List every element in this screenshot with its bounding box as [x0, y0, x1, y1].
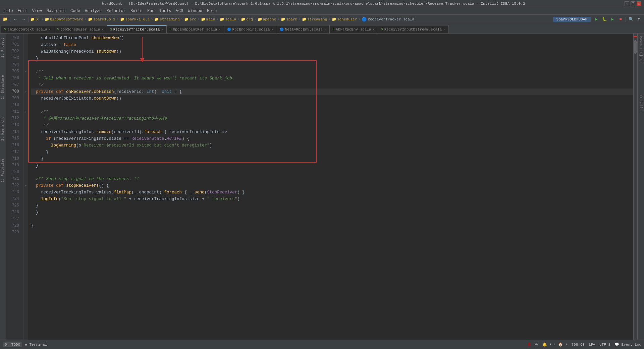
tab-receivertracker-close[interactable]: ✕ [161, 27, 163, 32]
event-log-icon: 💬 [614, 343, 619, 347]
menu-vcs[interactable]: VCS [174, 8, 185, 14]
toolbar-folder-icon[interactable]: 📁 [1, 16, 9, 23]
breadcrumb-spark161[interactable]: 📁 spark1.6.1 [88, 17, 115, 21]
coverage-button[interactable]: ▶ [609, 16, 616, 23]
tab-rpcendpoint-close[interactable]: ✕ [271, 27, 273, 32]
breadcrumb-scala[interactable]: 📁 scala [220, 17, 236, 21]
title-text: WordCount - [D:\IdeaProjects\WordCount] … [3, 2, 625, 6]
maximize-button[interactable]: □ [631, 1, 635, 6]
breadcrumb-main[interactable]: 📁 main [201, 17, 215, 21]
menu-view[interactable]: View [30, 8, 44, 14]
sidebar-project[interactable]: 1: Project [0, 36, 5, 59]
breadcrumb-scheduler[interactable]: 📁 scheduler [332, 17, 357, 21]
debug-button[interactable]: 🐛 [601, 16, 608, 23]
breadcrumb-file-label: ReceiverTracker.scala [368, 17, 414, 21]
sidebar-hierarchy[interactable]: 2: Hierarchy [0, 115, 5, 142]
toolbar-back-icon[interactable]: ← [12, 16, 19, 23]
breadcrumb-spark-161[interactable]: 📁 spark-1.6.1 [120, 17, 150, 21]
ln-719: 719 [6, 162, 22, 169]
tab-rpcendpointref[interactable]: S RpcEndpointRef.scala ✕ [167, 25, 224, 33]
tab-receiverinputdstream-close[interactable]: ✕ [443, 27, 445, 32]
tab-rpcendpointref-close[interactable]: ✕ [218, 27, 220, 32]
run-button[interactable]: ▶ [593, 16, 600, 23]
sidebar-structure[interactable]: 2: Structure [0, 74, 5, 101]
scroll-thumb[interactable] [634, 40, 637, 54]
fold-705[interactable]: ▾ [23, 68, 28, 75]
fold-708[interactable]: ▾ [23, 89, 28, 95]
menu-window[interactable]: Window [186, 8, 204, 14]
tab-akkarpcenv-close[interactable]: ✕ [373, 27, 375, 32]
tab-jobscheduler-label: JobScheduler.scala [60, 27, 100, 32]
menu-analyze[interactable]: Analyze [83, 8, 104, 14]
tab-nettyrpcenv-close[interactable]: ✕ [324, 27, 326, 32]
breadcrumb-org[interactable]: 📁 org [241, 17, 253, 21]
path-sep-3: › [116, 17, 119, 22]
tab-jobscheduler[interactable]: S JobScheduler.scala ✕ [54, 25, 107, 33]
folder-apache-icon: 📁 [258, 17, 262, 21]
menu-edit[interactable]: Edit [16, 8, 30, 14]
breadcrumb-apache[interactable]: 📁 apache [258, 17, 276, 21]
ln-707: 707 [6, 82, 22, 89]
tab-jobscheduler-close[interactable]: ✕ [102, 27, 104, 32]
maven-projects-label[interactable]: Maven Projects [638, 35, 643, 66]
breadcrumb-streaming[interactable]: 📁 streaming [154, 17, 179, 21]
menu-tools[interactable]: Tools [157, 8, 173, 14]
stop-button[interactable]: ■ [617, 16, 624, 23]
status-left: 6: TODO ▣ Terminal [3, 342, 47, 347]
tab-rpcendpoint[interactable]: 🔵 RpcEndpoint.scala ✕ [224, 25, 277, 33]
menu-help[interactable]: Help [205, 8, 219, 14]
fold-711[interactable]: ▾ [23, 109, 28, 115]
close-button[interactable]: ✕ [637, 1, 641, 6]
breadcrumb-d[interactable]: 📁 D: [30, 17, 40, 21]
tab-akkarpcenv[interactable]: S AkkaRpcEnv.scala ✕ [330, 25, 378, 33]
breadcrumb-spark-161-label: spark-1.6.1 [125, 17, 150, 21]
tab-amingcontext[interactable]: S amingContext.scala ✕ [1, 25, 54, 33]
toolbar-forward-icon[interactable]: → [20, 16, 27, 23]
menu-build[interactable]: Build [128, 8, 145, 14]
menu-refactor[interactable]: Refactor [104, 8, 128, 14]
build-label[interactable]: 1: Build [638, 93, 643, 112]
code-line-700: submitJobThreadPool.shutdownNow() [31, 35, 633, 42]
scrollbar[interactable] [633, 34, 637, 340]
event-log[interactable]: 💬 Event Log [614, 342, 641, 347]
ln-725: 725 [6, 202, 22, 209]
breadcrumb-spark[interactable]: 📁 spark [281, 17, 297, 21]
code-line-714: receiverTrackingInfos.remove(receiverId)… [31, 129, 633, 135]
fold-719 [23, 162, 28, 169]
sidebar-favorites[interactable]: 2: Favorites [0, 157, 5, 184]
breadcrumb-src[interactable]: 📁 src [184, 17, 196, 21]
menu-file[interactable]: File [1, 8, 15, 14]
error-marker [634, 36, 637, 37]
ln-722: 722 [6, 182, 22, 189]
fold-709 [23, 95, 28, 102]
tab-nettyrpcenv[interactable]: 🔵 NettyRpcEnv.scala ✕ [277, 25, 330, 33]
ln-714: 714 [6, 129, 22, 135]
menu-code[interactable]: Code [68, 8, 82, 14]
tab-receiverinputdstream[interactable]: S ReceiverInputDStream.scala ✕ [378, 25, 449, 33]
run-config[interactable]: SparkSQLDFUDAF [553, 17, 591, 22]
tab-akkarpcenv-icon: S [332, 27, 334, 31]
breadcrumb-streaming2[interactable]: 📁 streaming [302, 17, 327, 21]
folder-org-icon: 📁 [241, 17, 246, 21]
terminal-tab[interactable]: ▣ Terminal [25, 342, 47, 347]
code-line-722: private def stopReceivers() { [31, 182, 633, 189]
breadcrumb-bigdata-label: BigDataSoftware [50, 17, 83, 21]
menu-run[interactable]: Run [145, 8, 157, 14]
search-icon[interactable]: 🔍 [627, 16, 635, 23]
breadcrumb-bigdata[interactable]: 📁 BigDataSoftware [45, 17, 83, 21]
todo-badge[interactable]: 6: TODO [3, 342, 22, 347]
breadcrumb-file[interactable]: 🔵 ReceiverTracker.scala [362, 17, 414, 22]
minimize-button[interactable]: ─ [625, 1, 629, 6]
tab-receivertracker[interactable]: S ReceiverTracker.scala ✕ [107, 25, 167, 33]
ln-713: 713 [6, 122, 22, 129]
line-numbers: 700 701 702 703 704 705 706 707 708 709 … [6, 34, 23, 340]
breadcrumb-streaming-label: streaming [160, 17, 179, 21]
tab-rpcendpoint-label: RpcEndpoint.scala [232, 27, 270, 32]
tab-amingcontext-close[interactable]: ✕ [49, 27, 51, 32]
code-editor[interactable]: submitJobThreadPool.shutdownNow() active… [28, 34, 633, 340]
settings-icon[interactable]: ⚙ [635, 16, 643, 23]
menu-navigate[interactable]: Navigate [44, 8, 68, 14]
fold-722[interactable]: ▾ [23, 182, 28, 189]
code-line-706: * Call when a receiver is terminated. It… [31, 75, 633, 82]
menu-bar: File Edit View Navigate Code Analyze Ref… [0, 7, 644, 15]
